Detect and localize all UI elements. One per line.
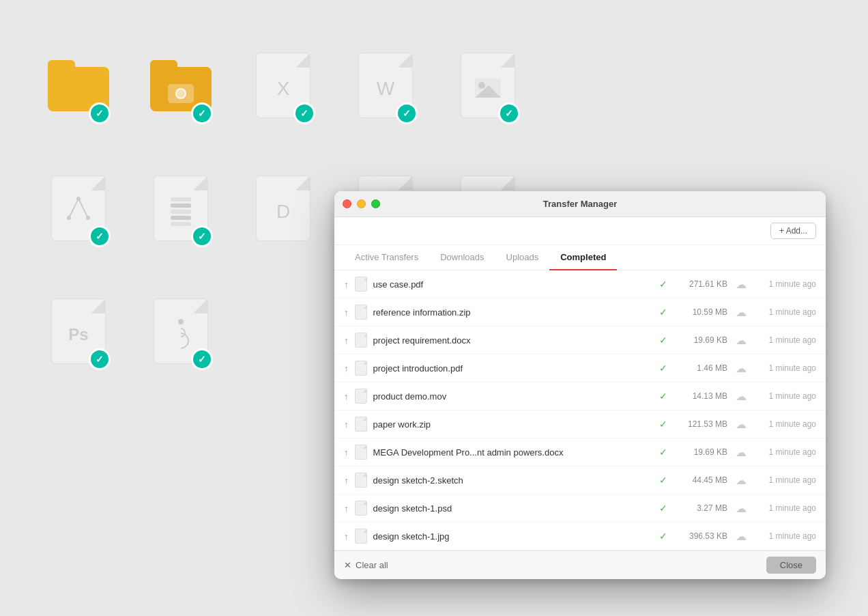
file-row: ↑ design sketch-1.psd ✓ 3.27 MB ☁ 1 minu… xyxy=(334,494,826,522)
file-type-icon xyxy=(354,416,368,432)
tab-uploads[interactable]: Uploads xyxy=(495,245,550,270)
file-type-icon xyxy=(354,332,368,348)
clear-all-label: Clear all xyxy=(356,560,388,570)
file-type-icon xyxy=(354,276,368,292)
time-ago: 1 minute ago xyxy=(755,307,816,317)
file-type-icon xyxy=(354,304,368,320)
file-size: 3.27 MB xyxy=(673,503,727,513)
time-ago: 1 minute ago xyxy=(755,447,816,457)
time-ago: 1 minute ago xyxy=(755,335,816,345)
check-badge xyxy=(191,102,213,124)
file-row: ↑ design sketch-2.sketch ✓ 44.45 MB ☁ 1 … xyxy=(334,466,826,494)
upload-arrow-icon: ↑ xyxy=(344,503,349,514)
cloud-icon: ☁ xyxy=(733,278,749,291)
minimize-window-button[interactable] xyxy=(357,199,366,208)
check-badge xyxy=(191,348,213,370)
cloud-icon: ☁ xyxy=(733,306,749,319)
window-footer: ✕ Clear all Close xyxy=(334,550,826,579)
cloud-icon: ☁ xyxy=(733,362,749,375)
cloud-icon: ☁ xyxy=(733,446,749,459)
window-title: Transfer Manager xyxy=(543,199,617,209)
complete-check-icon: ✓ xyxy=(659,335,667,346)
file-row: ↑ paper work.zip ✓ 121.53 MB ☁ 1 minute … xyxy=(334,410,826,438)
clear-all-button[interactable]: ✕ Clear all xyxy=(344,560,388,570)
file-size: 121.53 MB xyxy=(673,419,727,429)
time-ago: 1 minute ago xyxy=(755,391,816,401)
upload-arrow-icon: ↑ xyxy=(344,279,349,290)
file-row: ↑ reference information.zip ✓ 10.59 MB ☁… xyxy=(334,298,826,326)
add-button[interactable]: + Add... xyxy=(770,223,816,239)
close-window-button[interactable] xyxy=(343,199,351,208)
complete-check-icon: ✓ xyxy=(659,279,667,290)
file-row: ↑ project introduction.pdf ✓ 1.46 MB ☁ 1… xyxy=(334,354,826,382)
time-ago: 1 minute ago xyxy=(755,503,816,513)
file-name: MEGA Development Pro...nt admin powers.d… xyxy=(373,447,654,458)
file-ps-icon: Ps xyxy=(41,287,116,376)
file-size: 10.59 MB xyxy=(673,307,727,317)
file-type-icon xyxy=(354,472,368,488)
upload-arrow-icon: ↑ xyxy=(344,447,349,458)
upload-arrow-icon: ↑ xyxy=(344,335,349,346)
file-podcast-icon xyxy=(143,287,218,376)
upload-arrow-icon: ↑ xyxy=(344,531,349,542)
file-name: use case.pdf xyxy=(373,279,654,290)
tab-downloads[interactable]: Downloads xyxy=(429,245,495,270)
complete-check-icon: ✓ xyxy=(659,447,667,458)
file-size: 44.45 MB xyxy=(673,475,727,485)
svg-point-4 xyxy=(67,216,71,220)
svg-point-1 xyxy=(478,82,485,89)
tab-completed[interactable]: Completed xyxy=(549,245,617,270)
complete-check-icon: ✓ xyxy=(659,307,667,318)
window-titlebar: Transfer Manager xyxy=(334,191,826,217)
file-name: paper work.zip xyxy=(373,419,654,430)
file-size: 19.69 KB xyxy=(673,447,727,457)
file-vector-icon xyxy=(41,164,116,253)
file-row: ↑ MEGA Development Pro...nt admin powers… xyxy=(334,438,826,466)
check-badge xyxy=(498,102,520,124)
file-size: 14.13 MB xyxy=(673,391,727,401)
file-size: 1.46 MB xyxy=(673,363,727,373)
tab-active-transfers[interactable]: Active Transfers xyxy=(344,245,429,270)
complete-check-icon: ✓ xyxy=(659,475,667,486)
close-button[interactable]: Close xyxy=(766,557,816,574)
check-badge xyxy=(89,102,111,124)
svg-point-3 xyxy=(76,197,81,201)
window-toolbar: + Add... xyxy=(334,217,826,245)
file-w-icon: W xyxy=(348,41,423,130)
file-size: 396.53 KB xyxy=(673,531,727,541)
check-badge xyxy=(89,225,111,247)
file-img-icon xyxy=(450,41,525,130)
file-x-icon: X xyxy=(246,41,321,130)
complete-check-icon: ✓ xyxy=(659,531,667,542)
file-row: ↑ use case.pdf ✓ 271.61 KB ☁ 1 minute ag… xyxy=(334,270,826,298)
complete-check-icon: ✓ xyxy=(659,391,667,402)
upload-arrow-icon: ↑ xyxy=(344,475,349,486)
upload-arrow-icon: ↑ xyxy=(344,419,349,430)
file-name: design sketch-1.jpg xyxy=(373,531,654,542)
complete-check-icon: ✓ xyxy=(659,363,667,374)
file-type-icon xyxy=(354,500,368,516)
file-size: 271.61 KB xyxy=(673,279,727,289)
file-name: project introduction.pdf xyxy=(373,363,654,374)
file-name: product demo.mov xyxy=(373,391,654,402)
window-tabs: Active Transfers Downloads Uploads Compl… xyxy=(334,245,826,270)
file-type-icon xyxy=(354,528,368,544)
file-type-icon xyxy=(354,444,368,460)
check-badge xyxy=(293,102,315,124)
time-ago: 1 minute ago xyxy=(755,531,816,541)
maximize-window-button[interactable] xyxy=(371,199,380,208)
file-row: ↑ design sketch-1.jpg ✓ 396.53 KB ☁ 1 mi… xyxy=(334,522,826,550)
window-controls xyxy=(343,199,380,208)
complete-check-icon: ✓ xyxy=(659,503,667,514)
time-ago: 1 minute ago xyxy=(755,363,816,373)
file-type-icon xyxy=(354,388,368,404)
cloud-icon: ☁ xyxy=(733,334,749,347)
cloud-icon: ☁ xyxy=(733,474,749,487)
time-ago: 1 minute ago xyxy=(755,279,816,289)
folder-camera-icon xyxy=(143,41,218,130)
file-name: project requirement.docx xyxy=(373,335,654,346)
file-row: ↑ project requirement.docx ✓ 19.69 KB ☁ … xyxy=(334,326,826,354)
cloud-icon: ☁ xyxy=(733,390,749,403)
time-ago: 1 minute ago xyxy=(755,419,816,429)
check-badge xyxy=(396,102,418,124)
